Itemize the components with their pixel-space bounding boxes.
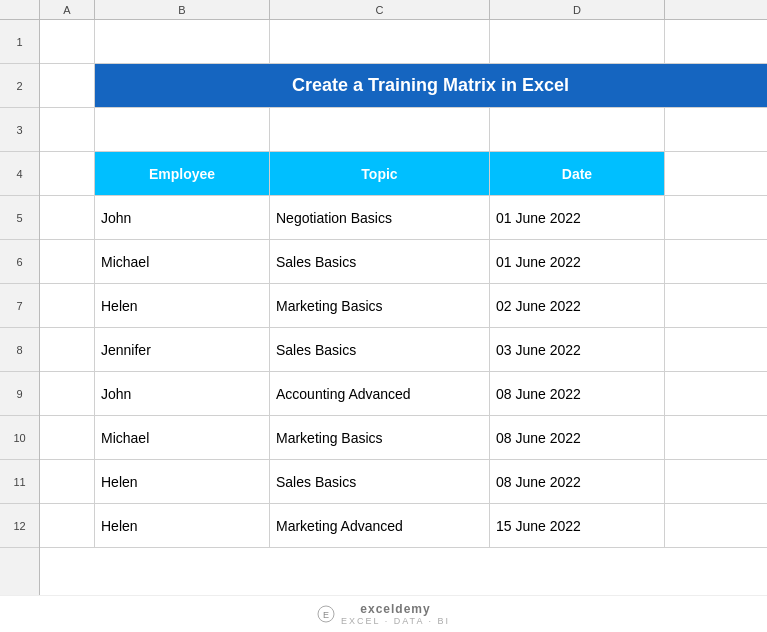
cell-employee-5[interactable]: John bbox=[95, 196, 270, 239]
cell-employee-8[interactable]: Jennifer bbox=[95, 328, 270, 371]
header-topic[interactable]: Topic bbox=[270, 152, 490, 195]
cell-employee-9[interactable]: John bbox=[95, 372, 270, 415]
grid-row-2: Create a Training Matrix in Excel bbox=[40, 64, 767, 108]
col-header-b[interactable]: B bbox=[95, 0, 270, 19]
cell-date-11[interactable]: 08 June 2022 bbox=[490, 460, 665, 503]
title-cell[interactable]: Create a Training Matrix in Excel bbox=[95, 64, 767, 107]
header-topic-label: Topic bbox=[361, 166, 397, 182]
row-num-11: 11 bbox=[0, 460, 39, 504]
cell-topic-11[interactable]: Sales Basics bbox=[270, 460, 490, 503]
grid-row-12: Helen Marketing Advanced 15 June 2022 bbox=[40, 504, 767, 548]
cell-topic-9[interactable]: Accounting Advanced bbox=[270, 372, 490, 415]
row-num-2: 2 bbox=[0, 64, 39, 108]
grid-row-3 bbox=[40, 108, 767, 152]
cell-topic-6[interactable]: Sales Basics bbox=[270, 240, 490, 283]
cell-a7[interactable] bbox=[40, 284, 95, 327]
cell-date-10[interactable]: 08 June 2022 bbox=[490, 416, 665, 459]
row-num-5: 5 bbox=[0, 196, 39, 240]
watermark-area: E exceldemy EXCEL · DATA · BI bbox=[0, 595, 767, 632]
row-num-4: 4 bbox=[0, 152, 39, 196]
cell-a1[interactable] bbox=[40, 20, 95, 63]
cell-a8[interactable] bbox=[40, 328, 95, 371]
cell-d1[interactable] bbox=[490, 20, 665, 63]
cell-a9[interactable] bbox=[40, 372, 95, 415]
cell-employee-7[interactable]: Helen bbox=[95, 284, 270, 327]
header-employee[interactable]: Employee bbox=[95, 152, 270, 195]
column-headers: A B C D bbox=[0, 0, 767, 20]
cell-c1[interactable] bbox=[270, 20, 490, 63]
cell-a12[interactable] bbox=[40, 504, 95, 547]
cell-b1[interactable] bbox=[95, 20, 270, 63]
row-num-12: 12 bbox=[0, 504, 39, 548]
row-num-7: 7 bbox=[0, 284, 39, 328]
row-numbers: 1 2 3 4 5 6 7 8 9 10 11 12 bbox=[0, 20, 40, 595]
cell-date-9[interactable]: 08 June 2022 bbox=[490, 372, 665, 415]
cell-topic-12[interactable]: Marketing Advanced bbox=[270, 504, 490, 547]
cell-date-5[interactable]: 01 June 2022 bbox=[490, 196, 665, 239]
cell-topic-10[interactable]: Marketing Basics bbox=[270, 416, 490, 459]
grid-row-11: Helen Sales Basics 08 June 2022 bbox=[40, 460, 767, 504]
row-num-8: 8 bbox=[0, 328, 39, 372]
grid-row-1 bbox=[40, 20, 767, 64]
cell-a4[interactable] bbox=[40, 152, 95, 195]
grid-row-4: Employee Topic Date bbox=[40, 152, 767, 196]
grid-body: 1 2 3 4 5 6 7 8 9 10 11 12 bbox=[0, 20, 767, 595]
cell-topic-8[interactable]: Sales Basics bbox=[270, 328, 490, 371]
cell-a3[interactable] bbox=[40, 108, 95, 151]
cell-date-8[interactable]: 03 June 2022 bbox=[490, 328, 665, 371]
cell-employee-11[interactable]: Helen bbox=[95, 460, 270, 503]
grid-row-8: Jennifer Sales Basics 03 June 2022 bbox=[40, 328, 767, 372]
grid-with-row-nums: 1 2 3 4 5 6 7 8 9 10 11 12 bbox=[0, 20, 767, 595]
cell-topic-5[interactable]: Negotiation Basics bbox=[270, 196, 490, 239]
col-header-c[interactable]: C bbox=[270, 0, 490, 19]
row-num-3: 3 bbox=[0, 108, 39, 152]
grid-cells: Create a Training Matrix in Excel Employ… bbox=[40, 20, 767, 595]
cell-employee-10[interactable]: Michael bbox=[95, 416, 270, 459]
cell-topic-7[interactable]: Marketing Basics bbox=[270, 284, 490, 327]
row-num-10: 10 bbox=[0, 416, 39, 460]
grid-row-5: John Negotiation Basics 01 June 2022 bbox=[40, 196, 767, 240]
cell-date-6[interactable]: 01 June 2022 bbox=[490, 240, 665, 283]
grid-row-7: Helen Marketing Basics 02 June 2022 bbox=[40, 284, 767, 328]
watermark-sub: EXCEL · DATA · BI bbox=[341, 616, 450, 626]
header-date[interactable]: Date bbox=[490, 152, 665, 195]
title-text: Create a Training Matrix in Excel bbox=[292, 75, 569, 96]
cell-date-7[interactable]: 02 June 2022 bbox=[490, 284, 665, 327]
cell-a10[interactable] bbox=[40, 416, 95, 459]
cell-a2[interactable] bbox=[40, 64, 95, 107]
cell-employee-12[interactable]: Helen bbox=[95, 504, 270, 547]
col-header-a[interactable]: A bbox=[40, 0, 95, 19]
grid-row-10: Michael Marketing Basics 08 June 2022 bbox=[40, 416, 767, 460]
col-header-d[interactable]: D bbox=[490, 0, 665, 19]
row-num-1: 1 bbox=[0, 20, 39, 64]
watermark-text: exceldemy bbox=[341, 602, 450, 616]
corner-cell bbox=[0, 0, 40, 19]
row-num-6: 6 bbox=[0, 240, 39, 284]
grid-row-6: Michael Sales Basics 01 June 2022 bbox=[40, 240, 767, 284]
cell-employee-6[interactable]: Michael bbox=[95, 240, 270, 283]
header-date-label: Date bbox=[562, 166, 592, 182]
exceldemy-logo-icon: E bbox=[317, 605, 335, 623]
cell-date-12[interactable]: 15 June 2022 bbox=[490, 504, 665, 547]
cell-a6[interactable] bbox=[40, 240, 95, 283]
svg-text:E: E bbox=[323, 610, 329, 620]
cell-a5[interactable] bbox=[40, 196, 95, 239]
cell-a11[interactable] bbox=[40, 460, 95, 503]
grid-row-9: John Accounting Advanced 08 June 2022 bbox=[40, 372, 767, 416]
cell-b3[interactable] bbox=[95, 108, 270, 151]
row-num-9: 9 bbox=[0, 372, 39, 416]
header-employee-label: Employee bbox=[149, 166, 215, 182]
spreadsheet: A B C D 1 2 3 4 5 6 7 8 9 1 bbox=[0, 0, 767, 632]
cell-c3[interactable] bbox=[270, 108, 490, 151]
cell-d3[interactable] bbox=[490, 108, 665, 151]
